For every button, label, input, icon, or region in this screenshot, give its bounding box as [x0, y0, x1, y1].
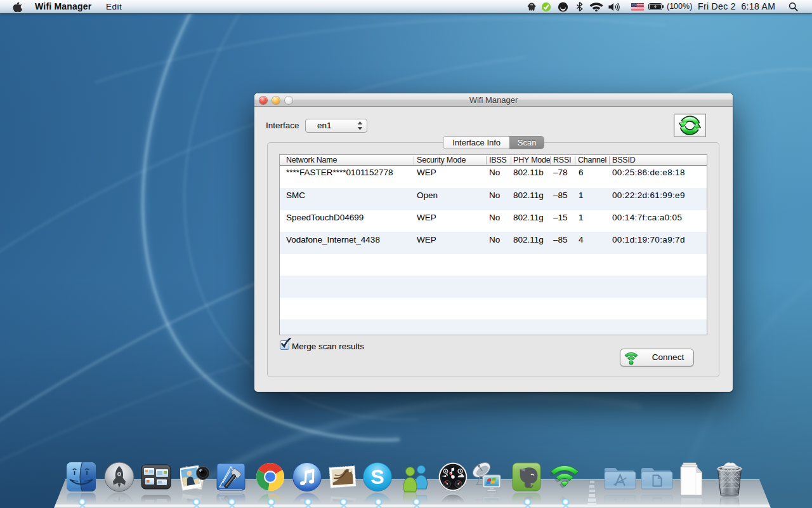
svg-text:S: S [370, 465, 384, 488]
